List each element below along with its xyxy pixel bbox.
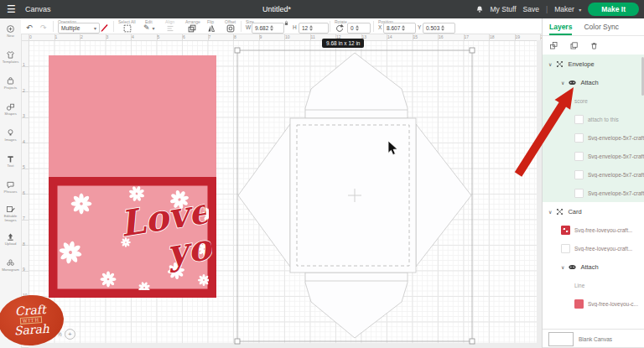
sidebar-item-text[interactable]: Text	[0, 148, 21, 174]
layer-tree: ∨ Envelope ∨ Attach score attach to this…	[543, 55, 644, 329]
attach-icon	[568, 262, 577, 272]
monogram-icon	[6, 258, 15, 267]
height-input[interactable]: 12	[299, 23, 329, 34]
shapes-icon	[6, 102, 15, 112]
envelope-bottom-flap[interactable]	[305, 273, 408, 338]
x-position-input[interactable]: 8.607	[383, 23, 416, 34]
envelope-object[interactable]	[238, 53, 471, 338]
duplicate-icon[interactable]	[569, 41, 579, 50]
envelope-top-flap[interactable]	[305, 53, 408, 118]
layer-swatch	[574, 170, 584, 179]
stepper-icon	[309, 25, 313, 31]
chevron-down-icon[interactable]: ∨	[548, 209, 552, 215]
card-front-panel[interactable]	[49, 55, 216, 177]
edit-menu[interactable]: ✎▾	[143, 23, 155, 33]
text-icon	[6, 154, 15, 164]
layer-group-envelope[interactable]: ∨ Envelope	[543, 55, 644, 73]
chevron-down-icon[interactable]: ∨	[548, 61, 552, 67]
sidebar-item-phrases[interactable]: Phrases	[0, 174, 21, 200]
selection-handle-bottom-right[interactable]	[470, 339, 475, 344]
layer-item-envelope-3[interactable]: Svg-envelope-5x7-craft...	[543, 165, 644, 184]
arrange-icon[interactable]	[187, 23, 197, 34]
top-bar: ☰ Canvas Untitled* My Stuff Save | Maker…	[0, 0, 644, 18]
chevron-down-icon: ▾	[153, 26, 155, 31]
tab-color-sync[interactable]: Color Sync	[584, 18, 619, 35]
canvas-color-swatch[interactable]	[548, 332, 574, 346]
chevron-down-icon: ▾	[579, 8, 581, 13]
layer-group-attach-card[interactable]: ∨ Attach	[543, 257, 644, 276]
operation-dropdown[interactable]: Multiple▾	[58, 23, 100, 34]
layer-group-card[interactable]: ∨ Card	[543, 202, 644, 221]
my-stuff-link[interactable]: My Stuff	[491, 5, 517, 13]
redo-button[interactable]: ↷	[40, 23, 47, 32]
offset-icon[interactable]	[226, 23, 236, 34]
sidebar-item-editable-images[interactable]: Editable Images	[0, 200, 21, 226]
y-position-input[interactable]: 0.503	[423, 23, 455, 34]
machine-select[interactable]: Maker ▾	[554, 5, 581, 13]
stepper-icon	[270, 25, 273, 31]
upload-icon	[6, 232, 15, 242]
layers-panel: Layers Color Sync ∨ Envelope ∨ Attach sc…	[542, 18, 644, 348]
document-title[interactable]: Untitled*	[0, 5, 553, 13]
stepper-icon	[402, 25, 405, 31]
pen-color-icon[interactable]	[100, 23, 109, 32]
chevron-down-icon[interactable]: ∨	[561, 80, 564, 86]
layer-item-envelope-4[interactable]: Svg-envelope-5x7-craft...	[543, 184, 644, 202]
group-layers-icon[interactable]	[549, 41, 558, 50]
width-input[interactable]: 9.682	[252, 23, 284, 34]
card-floral-panel[interactable]: Love you	[49, 177, 241, 298]
card-object[interactable]: Love you	[49, 55, 241, 298]
layer-item-line[interactable]: Line	[543, 276, 644, 294]
make-it-button[interactable]: Make It	[588, 3, 639, 16]
group-icon	[555, 60, 564, 69]
layer-item-attach-to-this[interactable]: attach to this	[543, 110, 644, 128]
selection-handle-top-right[interactable]	[470, 48, 475, 53]
layer-item-loveyou-2[interactable]: Svg-free-loveyou-craft...	[543, 239, 644, 257]
sidebar-item-new[interactable]: New	[0, 18, 21, 44]
undo-button[interactable]: ↶	[26, 23, 33, 32]
sidebar-item-upload[interactable]: Upload	[0, 226, 21, 252]
sidebar-item-projects[interactable]: Projects	[0, 70, 21, 96]
layer-item-score[interactable]: score	[543, 91, 644, 110]
plus-circle-icon	[6, 24, 15, 34]
rotate-icon[interactable]	[335, 23, 345, 34]
images-icon	[6, 128, 15, 138]
select-all-icon[interactable]	[122, 23, 132, 34]
sidebar-item-images[interactable]: Images	[0, 122, 21, 148]
layer-swatch	[574, 152, 584, 161]
flip-icon[interactable]	[206, 23, 216, 34]
blank-canvas-row: Blank Canvas	[543, 329, 644, 348]
selection-handle-top-left[interactable]	[235, 48, 240, 53]
chevron-down-icon[interactable]: ∨	[561, 264, 564, 270]
editable-images-icon	[6, 205, 15, 214]
delete-icon[interactable]	[589, 41, 599, 50]
layer-item-envelope-1[interactable]: Svg-envelope-5x7-craft...	[543, 128, 644, 147]
save-link[interactable]: Save	[523, 5, 539, 13]
canvas-artwork: Love you	[21, 34, 542, 348]
layer-swatch	[574, 133, 584, 143]
attach-icon	[568, 78, 577, 87]
size-tooltip: 9.68 in x 12 in	[322, 39, 364, 48]
topbar-divider: |	[546, 5, 548, 13]
bell-icon[interactable]	[475, 5, 484, 13]
layer-item-envelope-2[interactable]: Svg-envelope-5x7-craft...	[543, 147, 644, 165]
envelope-left-flap[interactable]	[238, 124, 290, 267]
sidebar-item-templates[interactable]: Templates	[0, 44, 21, 70]
layer-item-loveyou-3[interactable]: Svg-free-loveyou-c...	[543, 294, 644, 313]
layer-item-loveyou-1[interactable]: Svg-free-loveyou-craft...	[543, 221, 644, 239]
phrases-icon	[6, 180, 15, 190]
sidebar-item-monogram[interactable]: Monogram	[0, 252, 21, 278]
tab-layers[interactable]: Layers	[549, 18, 572, 35]
height-label: H	[293, 24, 297, 30]
layer-swatch	[574, 299, 584, 309]
envelope-right-flap[interactable]	[416, 124, 471, 267]
edit-toolbar: ↶ ↷ Operation Multiple▾ Select All Edit …	[21, 18, 542, 34]
layer-group-attach-envelope[interactable]: ∨ Attach	[543, 73, 644, 91]
lock-icon[interactable]	[283, 19, 290, 27]
zoom-in-button[interactable]: +	[65, 329, 75, 340]
sidebar-item-shapes[interactable]: Shapes	[0, 96, 21, 122]
rotate-input[interactable]: 0	[347, 23, 371, 34]
width-label: W	[246, 24, 251, 30]
chevron-down-icon: ▾	[94, 25, 96, 31]
selection-handle-bottom-left[interactable]	[235, 339, 240, 344]
